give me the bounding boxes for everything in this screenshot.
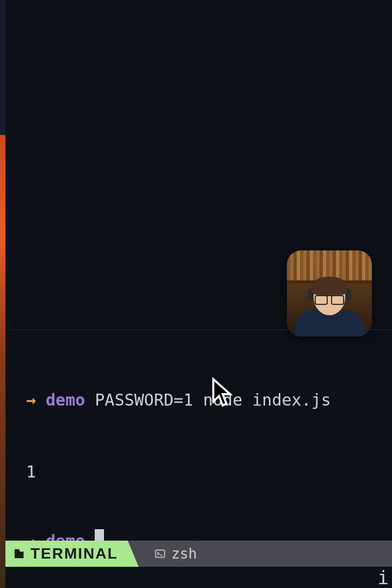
tab-label: TERMINAL: [30, 545, 118, 562]
webcam-background: [287, 250, 372, 280]
status-bar-area: [5, 567, 392, 588]
webcam-person: [297, 277, 362, 336]
terminal-line: → demo PASSWORD=1 node index.js: [26, 389, 331, 412]
terminal-panel[interactable]: → demo PASSWORD=1 node index.js 1 → demo: [5, 0, 392, 539]
terminal-app-icon: [13, 548, 25, 560]
window-left-edge: [0, 0, 5, 588]
prompt-arrow-icon: →: [26, 389, 36, 412]
tab-shell[interactable]: zsh: [139, 541, 209, 567]
status-indicator: i: [378, 567, 389, 588]
shell-icon: [154, 548, 166, 560]
prompt-directory: demo: [46, 389, 85, 412]
command-output: 1: [26, 461, 331, 483]
svg-rect-0: [155, 550, 164, 557]
mouse-cursor-icon: [211, 377, 234, 411]
tab-label: zsh: [171, 546, 197, 562]
webcam-overlay[interactable]: [287, 250, 372, 336]
tab-terminal[interactable]: TERMINAL: [5, 541, 139, 567]
panel-tab-bar: TERMINAL zsh: [5, 541, 392, 567]
